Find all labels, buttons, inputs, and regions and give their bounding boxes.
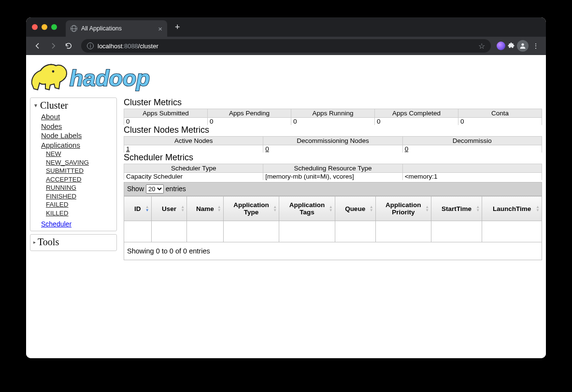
- sidebar-cluster-box: ▼ Cluster About Nodes Node Labels Applic…: [30, 98, 117, 231]
- metrics-header: [402, 164, 542, 173]
- sidebar: ▼ Cluster About Nodes Node Labels Applic…: [30, 98, 117, 260]
- sidebar-link-applications[interactable]: Applications: [41, 140, 114, 150]
- close-window-button[interactable]: [32, 24, 38, 30]
- apps-column-header[interactable]: Queue▲▼: [335, 196, 375, 221]
- sidebar-link-about[interactable]: About: [41, 112, 114, 122]
- apps-empty-cell: [375, 221, 431, 242]
- window-controls: [32, 24, 57, 30]
- metrics-value: 0: [458, 118, 542, 126]
- sidebar-tools-box: ▸ Tools: [30, 234, 117, 251]
- metrics-header: Apps Submitted: [124, 109, 208, 118]
- globe-icon: [71, 25, 77, 32]
- svg-point-1: [52, 70, 55, 73]
- svg-point-0: [521, 43, 524, 46]
- apps-empty-cell: [279, 221, 335, 242]
- entries-label: entries: [166, 185, 186, 193]
- tab-strip: All Applications × +: [26, 17, 546, 37]
- apps-column-header[interactable]: User▲▼: [151, 196, 186, 221]
- apps-column-header[interactable]: LaunchTime▲▼: [482, 196, 542, 221]
- metrics-header: Decommissioning Nodes: [263, 137, 402, 145]
- metrics-header: Scheduling Resource Type: [263, 164, 402, 173]
- sidebar-cluster-header[interactable]: ▼ Cluster: [33, 100, 114, 111]
- applications-table: ID▲▼User▲▼Name▲▼Application Type▲▼Applic…: [124, 196, 542, 242]
- sidebar-cluster-label: Cluster: [40, 100, 68, 111]
- extensions-button[interactable]: [507, 42, 515, 51]
- sidebar-link-appstate-submitted[interactable]: SUBMITTED: [46, 167, 114, 175]
- minimize-window-button[interactable]: [42, 24, 47, 30]
- apps-column-header[interactable]: Application Type▲▼: [223, 196, 279, 221]
- datatable-length-control: Show 20 entries: [124, 182, 542, 196]
- metrics-header: Active Nodes: [124, 137, 263, 145]
- close-tab-button[interactable]: ×: [158, 25, 162, 33]
- apps-empty-cell: [124, 221, 152, 242]
- apps-column-header[interactable]: Application Priority▲▼: [375, 196, 431, 221]
- sidebar-link-appstate-finished[interactable]: FINISHED: [46, 192, 114, 201]
- metrics-value: <memory:1: [402, 173, 542, 181]
- apps-empty-cell: [151, 221, 186, 242]
- apps-column-header[interactable]: ID▲▼: [124, 196, 152, 221]
- nodes-metrics-heading: Cluster Nodes Metrics: [124, 125, 542, 135]
- metrics-header: Apps Pending: [208, 109, 291, 118]
- sidebar-link-appstate-new_saving[interactable]: NEW_SAVING: [46, 158, 114, 167]
- cluster-metrics-heading: Cluster Metrics: [124, 98, 542, 108]
- maximize-window-button[interactable]: [51, 24, 57, 30]
- scheduler-metrics-table: Scheduler TypeScheduling Resource Type C…: [124, 164, 542, 180]
- sidebar-link-appstate-failed[interactable]: FAILED: [46, 200, 114, 209]
- datatable-info: Showing 0 to 0 of 0 entries: [124, 242, 542, 260]
- nodes-metrics-table: Active NodesDecommissioning NodesDecommi…: [124, 136, 542, 153]
- chevron-down-icon: ▼: [33, 103, 38, 108]
- page-size-select[interactable]: 20: [146, 184, 164, 194]
- metrics-header: Apps Completed: [375, 109, 458, 118]
- metrics-value[interactable]: 0: [402, 145, 542, 153]
- sidebar-link-appstate-killed[interactable]: KILLED: [46, 209, 114, 218]
- hadoop-logo: hadoop: [28, 59, 546, 96]
- page-content: hadoop ▼ Cluster About Nodes Node Labels…: [26, 55, 546, 358]
- metrics-value: 0: [375, 118, 458, 126]
- metrics-header: Apps Running: [291, 109, 375, 118]
- back-button[interactable]: [31, 39, 44, 53]
- site-info-icon[interactable]: i: [87, 42, 94, 49]
- sidebar-link-appstate-new[interactable]: NEW: [46, 150, 114, 158]
- show-label: Show: [127, 185, 144, 193]
- tab-title: All Applications: [81, 25, 154, 32]
- metrics-header: Decommissio: [402, 137, 542, 145]
- apps-empty-cell: [187, 221, 224, 242]
- sidebar-link-appstate-accepted[interactable]: ACCEPTED: [46, 175, 114, 184]
- metrics-value: 0: [291, 118, 375, 126]
- apps-empty-cell: [482, 221, 542, 242]
- metrics-value: [memory-mb (unit=Mi), vcores]: [263, 173, 402, 181]
- profile-avatar[interactable]: [517, 40, 529, 52]
- apps-column-header[interactable]: Name▲▼: [187, 196, 224, 221]
- sidebar-link-scheduler[interactable]: Scheduler: [41, 220, 72, 228]
- browser-tab[interactable]: All Applications ×: [66, 20, 167, 37]
- metrics-header: Conta: [458, 109, 542, 118]
- bookmark-star-icon[interactable]: ☆: [478, 42, 485, 51]
- apps-column-header[interactable]: Application Tags▲▼: [279, 196, 335, 221]
- metrics-value: 0: [208, 118, 291, 126]
- metrics-value[interactable]: 0: [263, 145, 402, 153]
- apps-empty-cell: [223, 221, 279, 242]
- browser-window: All Applications × + i localhost:8088/cl…: [26, 17, 546, 358]
- scheduler-metrics-heading: Scheduler Metrics: [124, 153, 542, 163]
- chevron-right-icon: ▸: [33, 239, 36, 245]
- browser-menu-button[interactable]: ⋮: [530, 42, 541, 50]
- apps-column-header[interactable]: StartTime▲▼: [431, 196, 482, 221]
- metrics-value[interactable]: 1: [124, 145, 263, 153]
- extension-icon[interactable]: [497, 42, 505, 50]
- metrics-value: Capacity Scheduler: [124, 173, 263, 181]
- apps-empty-cell: [431, 221, 482, 242]
- main-content: Cluster Metrics Apps SubmittedApps Pendi…: [124, 98, 542, 260]
- forward-button[interactable]: [46, 39, 60, 53]
- address-bar[interactable]: i localhost:8088/cluster ☆: [81, 39, 491, 53]
- reload-button[interactable]: [62, 39, 75, 53]
- new-tab-button[interactable]: +: [175, 22, 180, 32]
- browser-toolbar: i localhost:8088/cluster ☆ ⋮: [26, 37, 546, 55]
- metrics-value: 0: [124, 118, 208, 126]
- svg-text:hadoop: hadoop: [70, 66, 150, 91]
- sidebar-tools-header[interactable]: ▸ Tools: [33, 237, 114, 248]
- cluster-metrics-table: Apps SubmittedApps PendingApps RunningAp…: [124, 109, 542, 125]
- sidebar-link-appstate-running[interactable]: RUNNING: [46, 183, 114, 192]
- apps-empty-cell: [335, 221, 375, 242]
- sidebar-link-node-labels[interactable]: Node Labels: [41, 131, 114, 140]
- sidebar-link-nodes[interactable]: Nodes: [41, 122, 114, 131]
